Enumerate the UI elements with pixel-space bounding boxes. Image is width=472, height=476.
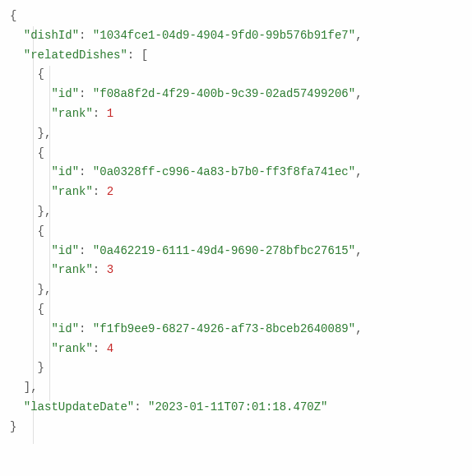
colon: : [134, 400, 148, 414]
brace-close: } [38, 205, 44, 218]
comma: , [44, 205, 51, 218]
colon: : [93, 185, 107, 198]
comma: , [44, 283, 51, 296]
brace-close: } [10, 420, 16, 433]
comma: , [355, 244, 362, 257]
code-line: { [10, 144, 462, 164]
code-line: } [10, 358, 462, 378]
colon: : [79, 244, 93, 257]
json-property: "rank" [51, 263, 92, 276]
code-line: "rank": 3 [10, 261, 462, 280]
colon: : [79, 29, 93, 42]
code-line: "relatedDishes": [ [10, 46, 462, 66]
colon: : [127, 49, 141, 62]
json-string: "f08a8f2d-4f29-400b-9c39-02ad57499206" [93, 87, 355, 100]
json-property: "rank" [51, 185, 92, 198]
code-line: "id": "0a0328ff-c996-4a83-b7b0-ff3f8fa74… [10, 163, 462, 183]
json-property: "id" [51, 87, 79, 100]
json-property: "dishId" [24, 29, 79, 42]
brace-open: { [38, 146, 44, 159]
code-line: }, [10, 202, 462, 222]
json-string: "2023-01-11T07:01:18.470Z" [148, 400, 327, 414]
code-line: }, [10, 124, 462, 144]
json-property: "lastUpdateDate" [24, 400, 134, 414]
code-line: { [10, 300, 462, 320]
code-line: ], [10, 378, 462, 398]
brace-close: } [38, 361, 44, 374]
brace-close: } [38, 127, 44, 140]
colon: : [79, 322, 93, 335]
brace-open: { [10, 9, 16, 22]
code-line: "rank": 1 [10, 104, 462, 124]
comma: , [30, 381, 37, 394]
code-line: "rank": 4 [10, 340, 462, 359]
json-property: "rank" [51, 107, 92, 120]
code-line: "dishId": "1034fce1-04d9-4904-9fd0-99b57… [10, 26, 462, 46]
json-string: "f1fb9ee9-6827-4926-af73-8bceb2640089" [93, 322, 355, 335]
comma: , [355, 29, 362, 42]
json-number: 1 [107, 107, 113, 120]
json-string: "0a0328ff-c996-4a83-b7b0-ff3f8fa741ec" [93, 165, 355, 178]
code-line: { [10, 222, 462, 242]
brace-open: { [38, 67, 44, 81]
code-line: }, [10, 280, 462, 300]
code-line: "rank": 2 [10, 183, 462, 202]
json-property: "relatedDishes" [24, 49, 127, 62]
json-string: "0a462219-6111-49d4-9690-278bfbc27615" [93, 244, 355, 257]
json-property: "id" [51, 322, 79, 335]
json-string: "1034fce1-04d9-4904-9fd0-99b576b91fe7" [93, 29, 355, 42]
colon: : [93, 107, 107, 120]
code-line: "id": "f08a8f2d-4f29-400b-9c39-02ad57499… [10, 85, 462, 104]
code-line: "id": "0a462219-6111-49d4-9690-278bfbc27… [10, 242, 462, 261]
json-code-block: { "dishId": "1034fce1-04d9-4904-9fd0-99b… [10, 7, 462, 437]
brace-close: } [38, 283, 44, 296]
bracket-close: ] [24, 381, 30, 394]
comma: , [355, 87, 362, 100]
json-property: "id" [51, 165, 79, 178]
json-number: 2 [107, 185, 113, 198]
code-line: "id": "f1fb9ee9-6827-4926-af73-8bceb2640… [10, 320, 462, 340]
json-property: "id" [51, 244, 79, 257]
colon: : [93, 263, 107, 276]
colon: : [79, 87, 93, 100]
comma: , [355, 322, 362, 335]
brace-open: { [38, 224, 44, 238]
code-line: "lastUpdateDate": "2023-01-11T07:01:18.4… [10, 398, 462, 418]
brace-open: { [38, 303, 44, 316]
bracket-open: [ [141, 49, 148, 62]
json-property: "rank" [51, 342, 92, 355]
comma: , [355, 165, 362, 178]
colon: : [79, 165, 93, 178]
code-line: { [10, 65, 462, 85]
json-number: 3 [107, 263, 113, 276]
comma: , [44, 127, 51, 140]
colon: : [93, 342, 107, 355]
json-number: 4 [107, 342, 113, 355]
code-line: } [10, 418, 462, 437]
code-line: { [10, 7, 462, 26]
